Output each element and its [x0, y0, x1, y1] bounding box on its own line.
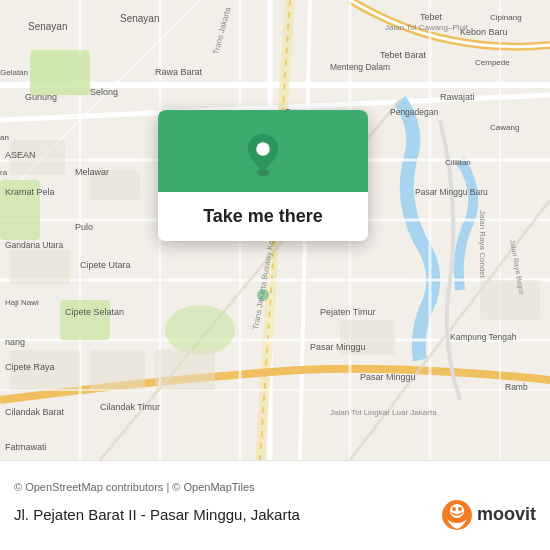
svg-point-77 — [257, 289, 269, 301]
svg-text:Senayan: Senayan — [120, 13, 159, 24]
svg-rect-23 — [60, 300, 110, 340]
svg-text:ASEAN: ASEAN — [5, 150, 36, 160]
svg-point-81 — [450, 504, 464, 518]
svg-text:Cempede: Cempede — [475, 58, 510, 67]
svg-rect-32 — [480, 280, 540, 320]
svg-text:Pasar Minggu: Pasar Minggu — [310, 342, 366, 352]
svg-text:Pasar Minggu: Pasar Minggu — [360, 372, 416, 382]
svg-text:Pasar Minggu Baru: Pasar Minggu Baru — [415, 187, 488, 197]
svg-rect-30 — [155, 350, 215, 390]
svg-text:Rawa Barat: Rawa Barat — [155, 67, 203, 77]
svg-text:Jalan Raya Condet: Jalan Raya Condet — [478, 210, 487, 279]
take-me-there-button[interactable]: Take me there — [158, 192, 368, 241]
svg-text:Jalan Tol Cawang–Pluit: Jalan Tol Cawang–Pluit — [385, 23, 469, 32]
svg-text:Senayan: Senayan — [28, 21, 67, 32]
svg-text:Rawajati: Rawajati — [440, 92, 475, 102]
svg-text:Haji Nawi: Haji Nawi — [5, 298, 39, 307]
svg-rect-29 — [90, 350, 145, 390]
card-green-header — [158, 110, 368, 192]
svg-rect-27 — [10, 250, 70, 285]
svg-text:Gunung: Gunung — [25, 92, 57, 102]
svg-text:Tebet Barat: Tebet Barat — [380, 50, 427, 60]
svg-text:Gelatan: Gelatan — [0, 68, 28, 77]
svg-text:Menteng Dalam: Menteng Dalam — [330, 62, 390, 72]
svg-text:Pengadegan: Pengadegan — [390, 107, 438, 117]
moovit-logo: moovit — [441, 499, 536, 531]
svg-text:Kramat Pela: Kramat Pela — [5, 187, 55, 197]
svg-point-24 — [165, 305, 235, 355]
svg-text:Cipete Selatan: Cipete Selatan — [65, 307, 124, 317]
svg-text:Selong: Selong — [90, 87, 118, 97]
svg-text:Melawar: Melawar — [75, 167, 109, 177]
svg-text:Cipete Raya: Cipete Raya — [5, 362, 55, 372]
svg-text:nang: nang — [5, 337, 25, 347]
svg-text:ra: ra — [0, 168, 8, 177]
svg-text:Pejaten Timur: Pejaten Timur — [320, 307, 376, 317]
moovit-icon — [441, 499, 473, 531]
location-label: Jl. Pejaten Barat II - Pasar Minggu, Jak… — [14, 506, 300, 523]
svg-text:Gandaria Utara: Gandaria Utara — [5, 240, 63, 250]
location-pin-icon — [241, 132, 285, 176]
svg-text:Jalan Tol Lingkar Luar Jakarta: Jalan Tol Lingkar Luar Jakarta — [330, 408, 437, 417]
svg-rect-21 — [30, 50, 90, 95]
svg-text:Kampung Tengah: Kampung Tengah — [450, 332, 517, 342]
svg-text:Cawang: Cawang — [490, 123, 519, 132]
svg-text:Pulo: Pulo — [75, 222, 93, 232]
svg-text:Cipinang: Cipinang — [490, 13, 522, 22]
svg-text:Cililitan: Cililitan — [445, 158, 471, 167]
svg-text:Fatmawati: Fatmawati — [5, 442, 47, 452]
svg-text:Cilandak Timur: Cilandak Timur — [100, 402, 160, 412]
moovit-text: moovit — [477, 504, 536, 525]
location-card: Take me there — [158, 110, 368, 241]
bottom-bar: © OpenStreetMap contributors | © OpenMap… — [0, 460, 550, 550]
svg-point-82 — [452, 507, 456, 511]
attribution-text: © OpenStreetMap contributors | © OpenMap… — [14, 481, 536, 493]
svg-point-83 — [458, 507, 462, 511]
svg-text:Cilandak Barat: Cilandak Barat — [5, 407, 65, 417]
svg-text:Ramb: Ramb — [505, 382, 528, 392]
svg-text:Cipete Utara: Cipete Utara — [80, 260, 131, 270]
map-container: Senayan Senayan Tebet Kebon Baru Cipinan… — [0, 0, 550, 460]
svg-text:an: an — [0, 133, 9, 142]
svg-text:Tebet: Tebet — [420, 12, 443, 22]
svg-point-79 — [256, 142, 270, 156]
